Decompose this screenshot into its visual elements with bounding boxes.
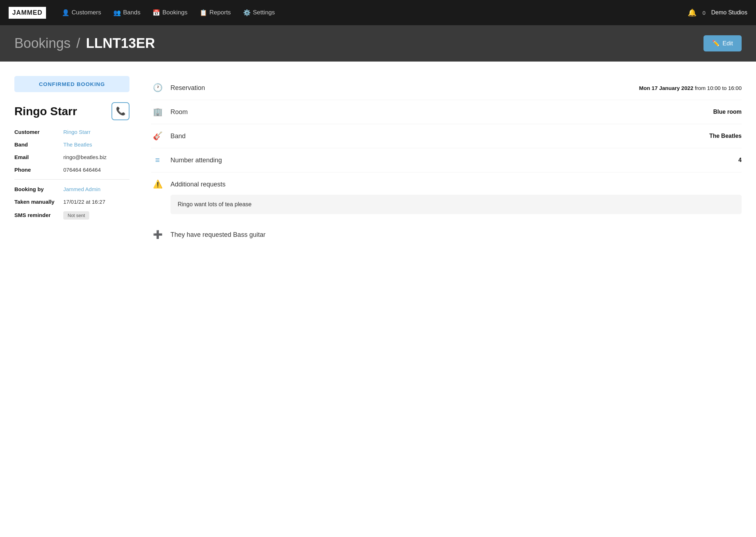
requests-text: Ringo want lots of tea please	[178, 201, 251, 207]
requests-text-box: Ringo want lots of tea please	[170, 195, 742, 214]
room-label: Room	[170, 108, 707, 116]
band-detail-value: The Beatles	[709, 133, 742, 139]
band-field: Band The Beatles	[14, 141, 129, 148]
page-header: Bookings / LLNT13ER ✏️ Edit	[0, 25, 756, 62]
band-detail-label: Band	[170, 132, 703, 140]
logo[interactable]: JAMMED	[9, 7, 46, 19]
room-row: 🏢 Room Blue room	[151, 100, 742, 124]
status-badge: CONFIRMED BOOKING	[14, 76, 129, 92]
attending-row: ≡ Number attending 4	[151, 148, 742, 172]
additional-requests-header: ⚠️ Additional requests	[151, 180, 742, 189]
bands-icon: 👥	[113, 9, 121, 17]
reservation-time: from 10:00 to 16:00	[695, 85, 742, 91]
phone-value: 076464 646464	[63, 167, 101, 173]
right-column: 🕐 Reservation Mon 17 January 2022 from 1…	[151, 76, 742, 527]
nav-bands[interactable]: 👥 Bands	[108, 6, 145, 19]
nav-items: 👤 Customers 👥 Bands 📅 Bookings 📋 Reports…	[57, 6, 688, 19]
customer-label: Customer	[14, 129, 58, 135]
settings-icon: ⚙️	[243, 9, 251, 17]
nav-customers[interactable]: 👤 Customers	[57, 6, 106, 19]
additional-requests-label: Additional requests	[170, 181, 742, 188]
additional-requests-section: ⚠️ Additional requests Ringo want lots o…	[151, 172, 742, 221]
band-icon: 🎸	[151, 131, 164, 141]
booking-by-label: Booking by	[14, 186, 58, 192]
reservation-row: 🕐 Reservation Mon 17 January 2022 from 1…	[151, 76, 742, 100]
taken-manually-label: Taken manually	[14, 199, 58, 205]
phone-label: Phone	[14, 167, 58, 173]
reservation-value: Mon 17 January 2022 from 10:00 to 16:00	[639, 85, 742, 91]
call-button[interactable]: 📞	[111, 102, 129, 120]
breadcrumb-parent[interactable]: Bookings	[14, 36, 70, 51]
customer-value[interactable]: Ringo Starr	[63, 129, 91, 135]
email-value: ringo@beatles.biz	[63, 154, 106, 160]
breadcrumb-current: LLNT13ER	[86, 36, 155, 51]
customers-icon: 👤	[62, 9, 69, 17]
edit-icon: ✏️	[712, 40, 720, 47]
bell-icon[interactable]: 🔔	[688, 8, 697, 17]
edit-button[interactable]: ✏️ Edit	[703, 35, 742, 51]
band-value[interactable]: The Beatles	[63, 141, 92, 148]
nav-reports[interactable]: 📋 Reports	[195, 6, 236, 19]
breadcrumb-separator: /	[76, 36, 80, 51]
phone-field: Phone 076464 646464	[14, 167, 129, 173]
main-content: CONFIRMED BOOKING Ringo Starr 📞 Customer…	[0, 62, 756, 537]
room-value: Blue room	[713, 109, 742, 115]
band-label: Band	[14, 141, 58, 148]
navbar: JAMMED 👤 Customers 👥 Bands 📅 Bookings 📋 …	[0, 0, 756, 25]
booking-by-value[interactable]: Jammed Admin	[63, 186, 100, 192]
divider	[14, 179, 129, 180]
email-label: Email	[14, 154, 58, 160]
nav-right: 🔔 0 Demo Studios	[688, 8, 747, 17]
attending-label: Number attending	[170, 157, 732, 164]
sms-reminder-label: SMS reminder	[14, 212, 58, 218]
booking-by-field: Booking by Jammed Admin	[14, 186, 129, 192]
bass-icon: ➕	[151, 230, 164, 239]
sms-reminder-field: SMS reminder Not sent	[14, 211, 129, 220]
breadcrumb: Bookings / LLNT13ER	[14, 36, 155, 51]
nav-bookings[interactable]: 📅 Bookings	[147, 6, 192, 19]
taken-manually-field: Taken manually 17/01/22 at 16:27	[14, 199, 129, 205]
customer-name: Ringo Starr	[14, 105, 77, 118]
email-field: Email ringo@beatles.biz	[14, 154, 129, 160]
bass-guitar-row: ➕ They have requested Bass guitar	[151, 221, 742, 239]
sms-reminder-badge: Not sent	[63, 211, 89, 220]
room-icon: 🏢	[151, 107, 164, 117]
reservation-label: Reservation	[170, 84, 633, 92]
clock-icon: 🕐	[151, 83, 164, 92]
nav-settings[interactable]: ⚙️ Settings	[238, 6, 280, 19]
studio-name: Demo Studios	[711, 9, 748, 16]
customer-name-row: Ringo Starr 📞	[14, 102, 129, 120]
attending-icon: ≡	[151, 155, 164, 165]
taken-manually-value: 17/01/22 at 16:27	[63, 199, 105, 205]
notification-count: 0	[702, 10, 705, 16]
bookings-icon: 📅	[152, 9, 160, 17]
bass-label: They have requested Bass guitar	[170, 231, 265, 239]
phone-icon: 📞	[116, 107, 126, 116]
attending-value: 4	[738, 157, 742, 163]
warning-icon: ⚠️	[151, 180, 164, 189]
reports-icon: 📋	[200, 9, 207, 17]
band-row: 🎸 Band The Beatles	[151, 124, 742, 148]
left-column: CONFIRMED BOOKING Ringo Starr 📞 Customer…	[14, 76, 129, 527]
customer-field: Customer Ringo Starr	[14, 129, 129, 135]
